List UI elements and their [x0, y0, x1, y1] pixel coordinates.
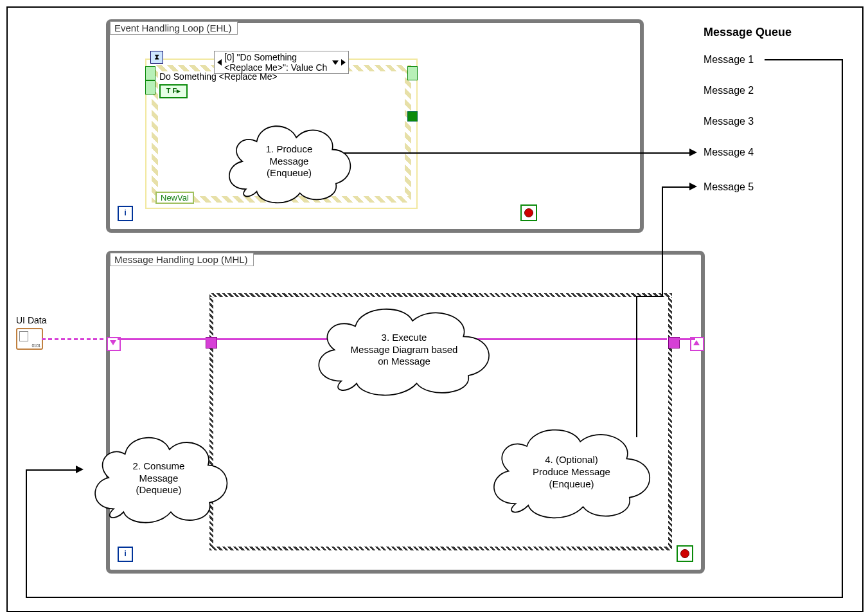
iteration-terminal-icon: i: [118, 206, 133, 221]
cloud-consume-message: 2. Consume Message (Dequeue): [84, 428, 234, 529]
arrow-produce-to-queue: [339, 152, 689, 154]
ui-data-cluster-icon: [16, 328, 43, 350]
arrow-optional-to-queue-v2: [662, 186, 663, 297]
cloud3-line3: on Message: [351, 356, 458, 368]
ui-data-label: UI Data: [16, 315, 46, 325]
iteration-terminal-icon: i: [118, 547, 133, 562]
ehl-title: Event Handling Loop (EHL): [110, 21, 238, 35]
arrow-queue-to-consume-h3: [26, 469, 77, 471]
cluster-wire: [675, 338, 695, 340]
arrowhead-right-icon: [689, 149, 697, 156]
newval-terminal: NewVal: [155, 192, 194, 204]
stop-terminal-icon: [520, 204, 537, 221]
cluster-wire: [118, 338, 209, 340]
boolean-control-icon: T F▸: [159, 84, 188, 98]
arrow-queue-to-consume-h1: [765, 59, 842, 60]
message-queue-item: Message 2: [704, 85, 754, 96]
cloud-execute-message: 3. Execute Message Diagram based on Mess…: [306, 299, 502, 401]
chevron-down-icon[interactable]: [332, 60, 339, 65]
arrow-queue-to-consume-v1: [842, 59, 843, 598]
mhl-title: Message Handling Loop (MHL): [110, 253, 254, 266]
cluster-wire: [42, 338, 106, 340]
cloud2-line3: (Dequeue): [133, 484, 185, 496]
chevron-right-icon[interactable]: [341, 59, 346, 66]
cloud4-line1: 4. (Optional): [533, 454, 610, 466]
arrow-optional-to-queue-h2: [662, 186, 690, 188]
message-queue-item: Message 4: [704, 147, 754, 158]
cloud4-line3: (Enqueue): [533, 478, 610, 491]
message-queue-title: Message Queue: [704, 26, 792, 39]
arrow-queue-to-consume-v2: [26, 469, 27, 598]
event-case-selector[interactable]: [0] "Do Something <Replace Me>": Value C…: [214, 51, 349, 74]
arrowhead-right-icon: [689, 183, 697, 190]
message-queue-item: Message 1: [704, 54, 754, 66]
cloud1-line3: (Enqueue): [266, 167, 313, 179]
cloud3-line1: 3. Execute: [351, 332, 458, 344]
cloud1-line1: 1. Produce: [266, 143, 313, 156]
event-case-label: [0] "Do Something <Replace Me>": Value C…: [224, 52, 328, 73]
event-inner-label: Do Something <Replace Me>: [159, 71, 278, 82]
cloud2-line2: Message: [133, 473, 185, 485]
cloud3-line2: Message Diagram based: [351, 344, 458, 356]
dynamic-event-terminal-icon: [407, 66, 418, 80]
hourglass-icon: ⧗: [150, 51, 163, 64]
diagram-canvas: Event Handling Loop (EHL) ⧗ [0] "Do Some…: [0, 0, 868, 616]
cloud-produce-message: 1. Produce Message (Enqueue): [217, 114, 361, 209]
arrow-optional-to-queue-h1: [636, 296, 662, 297]
arrow-optional-to-queue-v: [636, 296, 637, 437]
arrow-queue-to-consume-h2: [26, 597, 843, 598]
message-queue-item: Message 3: [704, 116, 754, 127]
cloud4-line2: Produce Message: [533, 466, 610, 478]
chevron-left-icon[interactable]: [217, 59, 222, 66]
dynamic-event-terminal-icon: [145, 66, 155, 80]
cloud-optional-produce: 4. (Optional) Produce Message (Enqueue): [482, 420, 661, 525]
stop-terminal-icon: [677, 545, 693, 562]
dynamic-event-terminal-icon: [145, 80, 155, 95]
ehl-loop: Event Handling Loop (EHL) ⧗ [0] "Do Some…: [106, 19, 644, 233]
cloud2-line1: 2. Consume: [133, 460, 185, 473]
event-output-tunnel-icon: [407, 111, 418, 122]
arrowhead-right-icon: [76, 466, 84, 473]
message-queue-item: Message 5: [704, 181, 754, 193]
cloud1-line2: Message: [266, 156, 313, 168]
